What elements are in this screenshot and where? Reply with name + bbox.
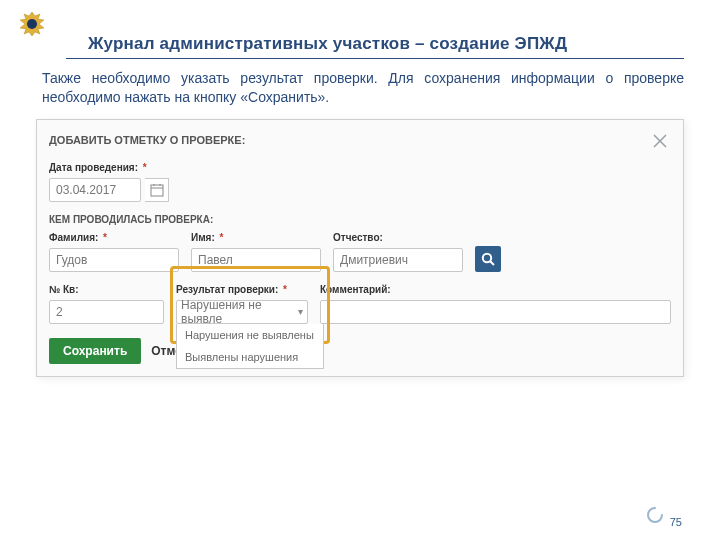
title-underline — [66, 58, 684, 59]
save-button[interactable]: Сохранить — [49, 338, 141, 364]
date-input[interactable] — [49, 178, 141, 202]
panel-title: ДОБАВИТЬ ОТМЕТКУ О ПРОВЕРКЕ: — [49, 134, 245, 147]
page-number: 75 — [670, 516, 682, 528]
middlename-label: Отчество: — [333, 232, 463, 244]
firstname-label: Имя: * — [191, 232, 321, 244]
result-select[interactable]: Нарушения не выявле ▾ — [176, 300, 308, 324]
slide-title: Журнал административных участков – созда… — [88, 34, 684, 54]
close-icon[interactable] — [649, 130, 671, 152]
date-label: Дата проведения: * — [49, 162, 671, 174]
comment-input[interactable] — [320, 300, 671, 324]
svg-point-3 — [483, 254, 491, 262]
kv-label: № Кв: — [49, 284, 164, 296]
who-section-title: КЕМ ПРОВОДИЛАСЬ ПРОВЕРКА: — [49, 214, 671, 226]
calendar-icon[interactable] — [145, 178, 169, 202]
kv-input[interactable] — [49, 300, 164, 324]
lastname-input[interactable] — [49, 248, 179, 272]
emblem-icon — [14, 8, 50, 48]
lastname-label: Фамилия: * — [49, 232, 179, 244]
svg-point-1 — [27, 19, 37, 29]
result-dropdown: Нарушения не выявлены Выявлены нарушения — [176, 324, 324, 369]
chevron-down-icon: ▾ — [298, 306, 303, 317]
comment-label: Комментарий: — [320, 284, 671, 296]
check-form-panel: ДОБАВИТЬ ОТМЕТКУ О ПРОВЕРКЕ: Дата провед… — [36, 119, 684, 377]
result-option-0[interactable]: Нарушения не выявлены — [177, 324, 323, 346]
result-label: Результат проверки: * — [176, 284, 308, 296]
firstname-input[interactable] — [191, 248, 321, 272]
svg-rect-2 — [151, 185, 163, 196]
result-selected-text: Нарушения не выявле — [181, 298, 298, 326]
result-option-1[interactable]: Выявлены нарушения — [177, 346, 323, 368]
search-button[interactable] — [475, 246, 501, 272]
swirl-icon — [646, 506, 664, 528]
middlename-input[interactable] — [333, 248, 463, 272]
intro-text: Также необходимо указать результат прове… — [42, 69, 684, 107]
